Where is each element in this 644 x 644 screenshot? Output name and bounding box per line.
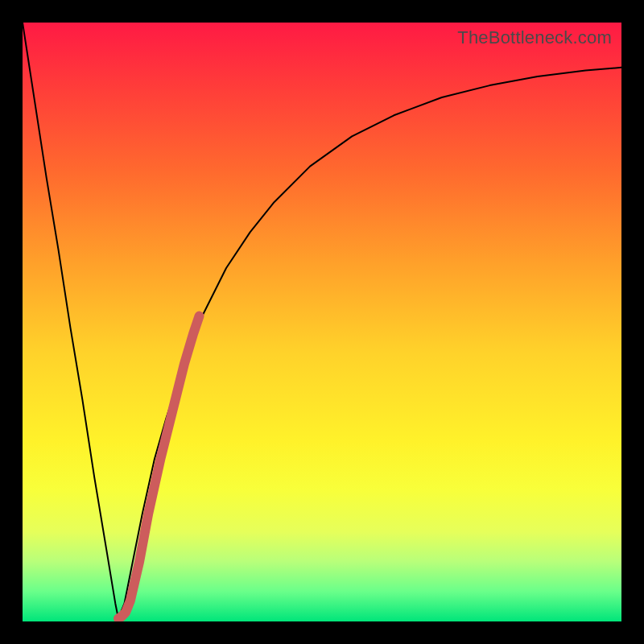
chart-frame: TheBottleneck.com — [0, 0, 644, 644]
plot-area: TheBottleneck.com — [23, 23, 621, 621]
bottleneck-curve — [23, 23, 621, 618]
chart-svg — [23, 23, 621, 621]
